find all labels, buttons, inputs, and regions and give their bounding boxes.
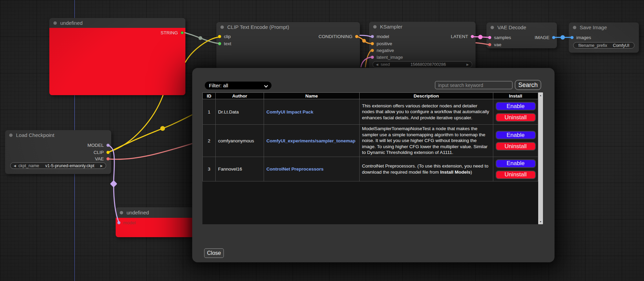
uninstall-button[interactable]: Uninstall — [496, 142, 536, 151]
slot-clip-output[interactable]: CLIP — [94, 150, 110, 155]
slot-vae-input[interactable]: vae — [488, 42, 501, 47]
node-collapse-dot-icon[interactable] — [373, 25, 377, 29]
scrollbar-down-icon[interactable]: ▼ — [538, 219, 543, 224]
wire-string-to-text — [185, 33, 219, 43]
input-slot-icon[interactable] — [488, 36, 491, 39]
ext-name-link[interactable]: ControlNet Preprocessors — [266, 166, 324, 172]
node-collapse-dot-icon[interactable] — [220, 25, 224, 29]
slot-negative-input[interactable]: negative — [371, 48, 394, 53]
node-clip-text-encode[interactable]: CLIP Text Encode (Prompt) clip text COND… — [216, 22, 360, 72]
node-load-checkpoint[interactable]: Load Checkpoint MODEL CLIP VAE ◀ ckpt_na… — [5, 130, 111, 174]
input-slot-icon[interactable] — [218, 42, 221, 45]
node-collapse-dot-icon[interactable] — [53, 21, 57, 25]
col-header-id: ID — [203, 93, 216, 99]
table-scrollbar[interactable]: ▲ ▼ — [538, 92, 543, 224]
ext-name-link[interactable]: ComfyUI_experiments/sampler_tonemap — [266, 138, 356, 143]
input-slot-icon[interactable] — [371, 49, 374, 52]
wire-clip-to-clip-input — [185, 37, 219, 62]
node-collapse-dot-icon[interactable] — [9, 134, 13, 137]
slot-model-output[interactable]: MODEL — [87, 142, 110, 148]
node-collapse-dot-icon[interactable] — [120, 211, 123, 214]
reroute-dot-latent[interactable] — [478, 35, 483, 39]
reroute-dot-image[interactable] — [561, 35, 565, 40]
node-title: undefined — [127, 210, 149, 215]
enable-button[interactable]: Enable — [496, 159, 536, 168]
scrollbar-thumb[interactable] — [538, 98, 543, 219]
input-slot-icon[interactable] — [371, 56, 374, 59]
node-title-bar[interactable]: Save Image — [569, 22, 639, 32]
node-ksampler[interactable]: KSampler model positive negative latent_… — [369, 22, 476, 72]
uninstall-button[interactable]: Uninstall — [496, 113, 536, 122]
slot-image-output[interactable]: IMAGE — [534, 35, 555, 40]
slot-string-output[interactable]: STRING — [161, 30, 184, 35]
node-title-bar[interactable]: undefined — [116, 207, 194, 218]
input-slot-icon[interactable] — [218, 35, 221, 38]
slot-conditioning-output[interactable]: CONDITIONING — [318, 34, 358, 39]
reroute-dot-conditioning[interactable] — [362, 39, 366, 43]
uninstall-button[interactable]: Uninstall — [496, 171, 536, 179]
search-input[interactable] — [435, 81, 513, 89]
reroute-dot-clip[interactable] — [160, 126, 165, 131]
input-slot-icon[interactable] — [488, 43, 491, 46]
left-arrow-icon[interactable]: ◀ — [14, 164, 16, 168]
reroute-diamond-model[interactable] — [110, 180, 117, 187]
reroute-dot-string[interactable] — [199, 36, 202, 40]
ckpt-name-widget[interactable]: ◀ ckpt_name v1-5-pruned-emaonly.ckpt ▶ — [10, 162, 106, 169]
slot-model-input[interactable]: model — [117, 220, 136, 225]
slot-clip-input[interactable]: clip — [218, 34, 231, 39]
close-button[interactable]: Close — [204, 248, 224, 258]
node-save-image[interactable]: Save Image images filename_prefix ComfyU… — [569, 22, 639, 53]
slot-latent-output[interactable]: LATENT — [451, 34, 474, 39]
node-title-bar[interactable]: KSampler — [369, 22, 476, 32]
col-header-author: Author — [216, 93, 264, 99]
output-slot-icon[interactable] — [181, 31, 184, 34]
right-arrow-icon[interactable]: ▶ — [100, 164, 103, 168]
ext-author: Fannovel16 — [216, 157, 264, 181]
ckpt-name-value: v1-5-pruned-emaonly.ckpt — [45, 163, 94, 168]
extension-table-viewport[interactable]: ID Author Name Description Install 1 Dr.… — [202, 92, 538, 224]
node-title-bar[interactable]: VAE Decode — [486, 22, 557, 32]
ext-name-link[interactable]: ComfyUI Impact Pack — [266, 109, 313, 115]
slot-positive-input[interactable]: positive — [371, 41, 392, 46]
node-title-bar[interactable]: CLIP Text Encode (Prompt) — [216, 22, 360, 32]
slot-text-input[interactable]: text — [218, 41, 231, 46]
comfyui-canvas[interactable]: undefined STRING CLIP Text Encode (Promp… — [0, 0, 644, 281]
node-title-bar[interactable]: undefined — [49, 18, 185, 28]
output-slot-icon[interactable] — [106, 157, 110, 160]
output-slot-icon[interactable] — [471, 35, 474, 38]
col-header-name: Name — [264, 93, 360, 99]
slot-model-input[interactable]: model — [371, 34, 389, 39]
input-slot-icon[interactable] — [371, 35, 374, 38]
table-row: 2 comfyanonymous ComfyUI_experiments/sam… — [203, 125, 538, 157]
node-undefined-top[interactable]: undefined STRING — [49, 18, 185, 95]
right-arrow-icon[interactable]: ▶ — [466, 63, 469, 66]
input-slot-icon[interactable] — [571, 36, 574, 39]
input-slot-icon[interactable] — [117, 221, 120, 224]
output-slot-icon[interactable] — [355, 35, 358, 38]
filename-prefix-widget[interactable]: filename_prefix ComfyUI — [573, 42, 634, 49]
slot-images-input[interactable]: images — [571, 35, 591, 40]
filter-select[interactable]: Filter: all — [205, 82, 271, 89]
scrollbar-up-icon[interactable]: ▲ — [538, 92, 543, 98]
slot-samples-input[interactable]: samples — [488, 35, 511, 40]
output-slot-icon[interactable] — [552, 36, 555, 39]
ext-id: 2 — [203, 125, 216, 157]
output-slot-icon[interactable] — [106, 151, 110, 154]
node-undefined-bottom[interactable]: undefined model — [116, 207, 194, 237]
node-title-bar[interactable]: Load Checkpoint — [5, 130, 111, 140]
input-slot-icon[interactable] — [371, 42, 374, 45]
node-vae-decode[interactable]: VAE Decode samples vae IMAGE — [486, 22, 557, 48]
col-header-description: Description — [360, 93, 493, 99]
chevron-down-icon — [264, 84, 268, 87]
output-slot-icon[interactable] — [106, 144, 110, 147]
node-title: CLIP Text Encode (Prompt) — [227, 24, 289, 30]
slot-latent-image-input[interactable]: latent_image — [371, 54, 403, 60]
slot-vae-output[interactable]: VAE — [95, 156, 110, 161]
enable-button[interactable]: Enable — [496, 131, 536, 139]
node-collapse-dot-icon[interactable] — [491, 26, 494, 29]
search-button[interactable]: Search — [515, 80, 541, 90]
enable-button[interactable]: Enable — [496, 102, 536, 110]
node-collapse-dot-icon[interactable] — [573, 26, 576, 29]
left-arrow-icon[interactable]: ◀ — [376, 63, 378, 66]
seed-widget[interactable]: ◀ seed 156680208700286 ▶ — [373, 61, 472, 68]
